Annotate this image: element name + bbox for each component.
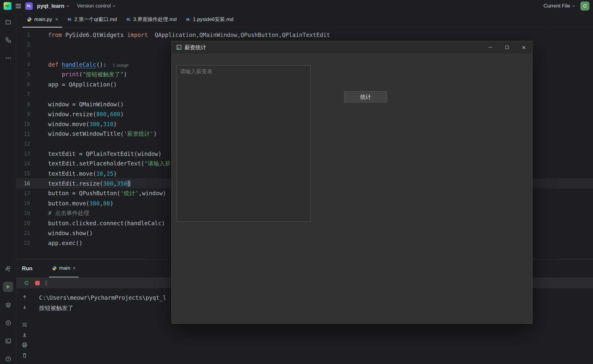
code-token: window.show(): [48, 230, 93, 236]
code-token: window.move(: [48, 121, 89, 127]
help-icon[interactable]: ?: [3, 354, 13, 364]
more-options-icon[interactable]: [46, 281, 47, 285]
markdown-file-icon: M↓: [68, 17, 72, 22]
qt-app-window[interactable]: 薪资统计 × 请输入薪资表 统计: [171, 41, 533, 324]
up-stacktrace-icon[interactable]: [22, 294, 27, 300]
line-number[interactable]: 20: [17, 220, 30, 226]
qt-app-icon: [176, 45, 182, 50]
line-number[interactable]: 2: [17, 42, 30, 48]
terminal-icon[interactable]: [3, 336, 13, 346]
code-token: ():: [96, 61, 106, 68]
line-number[interactable]: 16: [17, 180, 30, 187]
python-file-icon: [27, 17, 32, 22]
code-token: '薪资统计': [124, 130, 154, 137]
code-token: app = QApplication(): [48, 81, 117, 88]
line-number[interactable]: 17: [17, 190, 30, 196]
line-number[interactable]: 9: [17, 111, 30, 117]
code-token: ,: [100, 121, 103, 127]
code-token: 380: [89, 200, 99, 207]
line-number[interactable]: 3: [17, 52, 30, 58]
code-token: textEdit.setPlaceholderText(: [48, 160, 144, 167]
tool-window-bar: ?: [0, 12, 17, 364]
line-number[interactable]: 22: [17, 240, 30, 246]
run-tab-main[interactable]: main ×: [49, 259, 79, 278]
close-button[interactable]: ×: [515, 41, 532, 53]
line-number[interactable]: 18: [17, 200, 30, 206]
run-tab-label: main: [59, 265, 70, 271]
code-token: from: [48, 32, 62, 38]
code-token: handleCalc: [62, 61, 96, 68]
salary-textedit[interactable]: 请输入薪资表: [177, 65, 310, 222]
line-number[interactable]: 12: [17, 141, 30, 147]
services-icon[interactable]: [3, 300, 13, 310]
code-token: app.exec(): [48, 240, 82, 246]
code-token: "按钮被触发了": [82, 71, 124, 77]
structure-icon[interactable]: [3, 35, 13, 45]
clear-console-icon[interactable]: [22, 353, 27, 358]
code-token: (: [79, 71, 82, 77]
code-token: import: [127, 32, 148, 38]
line-number[interactable]: 15: [17, 171, 30, 177]
line-number[interactable]: 19: [17, 210, 30, 216]
stats-button[interactable]: 统计: [344, 91, 387, 102]
line-number[interactable]: 21: [17, 230, 30, 236]
stop-icon[interactable]: [35, 281, 40, 285]
line-number[interactable]: 14: [17, 161, 30, 167]
minimize-button[interactable]: [482, 41, 499, 53]
code-token: '统计': [120, 190, 139, 196]
close-icon[interactable]: ×: [55, 17, 58, 23]
soft-wrap-icon[interactable]: [22, 322, 27, 327]
tab-label: 3.界面操作处理.md: [133, 16, 177, 23]
project-selector[interactable]: pyqt_learn: [37, 3, 70, 9]
version-control-selector[interactable]: Version control: [77, 3, 116, 9]
line-number[interactable]: 6: [17, 81, 30, 87]
code-token: 80: [103, 200, 110, 207]
code-token: [48, 71, 62, 77]
tab-label: main.py: [34, 17, 52, 23]
code-token: ): [127, 180, 130, 187]
line-number[interactable]: 13: [17, 151, 30, 157]
code-token: ): [124, 71, 127, 77]
scroll-to-end-icon[interactable]: [22, 332, 27, 338]
svg-text:?: ?: [7, 357, 9, 361]
code-token: button.clicked.connect(handleCalc): [48, 220, 165, 226]
code-token: textEdit.resize(: [48, 180, 103, 187]
maximize-button[interactable]: [499, 41, 515, 53]
rerun-icon[interactable]: [24, 280, 29, 286]
tab-main-py[interactable]: main.py ×: [23, 12, 62, 28]
line-number[interactable]: 11: [17, 131, 30, 137]
down-stacktrace-icon[interactable]: [22, 305, 27, 310]
code-with-me-icon[interactable]: [580, 2, 589, 11]
more-tool-windows-icon[interactable]: [3, 53, 13, 63]
tab-md-1[interactable]: M↓ 1.pyside6安装.md: [182, 12, 238, 28]
line-number[interactable]: 8: [17, 101, 30, 107]
project-folder-icon[interactable]: [3, 17, 13, 27]
project-badge[interactable]: PL: [25, 2, 33, 10]
line-number[interactable]: 10: [17, 121, 30, 127]
version-control-label: Version control: [77, 3, 111, 9]
print-icon[interactable]: [22, 342, 27, 348]
hamburger-menu-icon[interactable]: [16, 4, 21, 8]
console-gutter: [20, 294, 29, 358]
line-number[interactable]: 7: [17, 91, 30, 97]
code-token: 25: [107, 170, 114, 177]
run-tool-window-icon[interactable]: [3, 282, 13, 292]
python-console-icon[interactable]: [3, 264, 13, 274]
line-number[interactable]: 4: [17, 62, 30, 68]
code-token: button = QPushButton(: [48, 190, 120, 196]
markdown-file-icon: M↓: [186, 17, 191, 22]
code-token: ,: [100, 200, 103, 207]
code-token: 350: [117, 180, 127, 187]
code-token: textEdit.move(: [48, 170, 96, 177]
close-icon[interactable]: ×: [73, 265, 76, 271]
tab-md-2[interactable]: M↓ 2.第一个qt窗口.md: [63, 12, 121, 28]
qt-titlebar[interactable]: 薪资统计 ×: [172, 41, 532, 53]
pycharm-window: PC PL pyqt_learn Version control Current…: [0, 0, 593, 364]
line-number[interactable]: 1: [17, 32, 30, 38]
profiler-icon[interactable]: [3, 318, 13, 328]
code-token: ,: [113, 180, 117, 187]
run-configuration-selector[interactable]: Current File: [543, 3, 576, 9]
tab-md-3[interactable]: M↓ 3.界面操作处理.md: [122, 12, 181, 28]
line-number[interactable]: 5: [17, 71, 30, 77]
code-line[interactable]: 1from PySide6.QtWidgets import QApplicat…: [17, 30, 593, 40]
